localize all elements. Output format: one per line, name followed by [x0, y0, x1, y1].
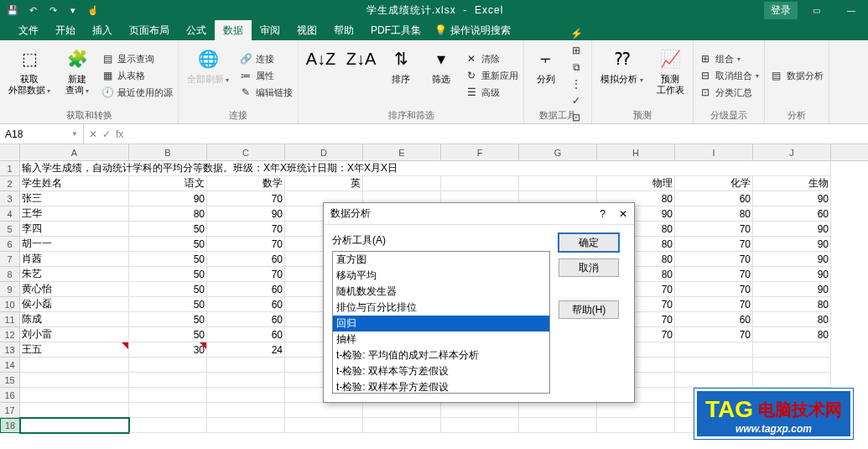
ribbon-item[interactable]: ▤数据分析	[770, 68, 824, 83]
cell[interactable]	[207, 358, 285, 373]
name-box[interactable]: A18 ▼	[0, 124, 84, 144]
list-item[interactable]: 抽样	[333, 332, 549, 347]
refresh-all[interactable]: 🌐全部刷新	[184, 44, 232, 107]
cell[interactable]	[675, 342, 753, 358]
row-header[interactable]: 17	[0, 403, 20, 418]
tab-审阅[interactable]: 审阅	[252, 20, 288, 41]
cell[interactable]	[207, 418, 285, 433]
cell[interactable]: 90	[753, 222, 831, 237]
cell[interactable]: 输入学生成绩，自动统计学科的平均分等数据。班级：X年X班统计日期：X年X月X日	[20, 161, 831, 176]
list-item[interactable]: 排位与百分比排位	[333, 300, 549, 316]
cell[interactable]: 50	[129, 222, 207, 237]
cell[interactable]: 王华	[20, 206, 129, 222]
column-header-J[interactable]: J	[753, 144, 831, 160]
cell[interactable]: 化学	[675, 176, 753, 191]
cell[interactable]	[129, 418, 207, 433]
cell[interactable]	[675, 358, 753, 373]
cell[interactable]: 侯小磊	[20, 297, 129, 312]
cell[interactable]: 90	[753, 267, 831, 282]
cell[interactable]	[597, 418, 675, 433]
cell[interactable]	[20, 388, 129, 403]
column-header-D[interactable]: D	[285, 144, 363, 160]
column-header-H[interactable]: H	[597, 144, 675, 160]
column-header-F[interactable]: F	[441, 144, 519, 160]
cell[interactable]	[441, 176, 519, 191]
list-item[interactable]: 随机数发生器	[333, 284, 549, 300]
ribbon-item[interactable]: ⊡分类汇总	[699, 85, 759, 100]
cell[interactable]	[129, 358, 207, 373]
cell[interactable]: 学生姓名	[20, 176, 129, 191]
cell[interactable]	[675, 373, 753, 388]
cell[interactable]	[519, 176, 597, 191]
cell[interactable]: 60	[675, 312, 753, 327]
tab-文件[interactable]: 文件	[10, 20, 47, 41]
cell[interactable]: 60	[207, 282, 285, 297]
cell[interactable]	[597, 403, 675, 418]
cell[interactable]	[207, 403, 285, 418]
cell[interactable]: 50	[129, 327, 207, 342]
row-header[interactable]: 14	[0, 358, 20, 373]
ribbon-item[interactable]: ⊞组合	[699, 51, 759, 66]
ribbon-item[interactable]: ≔属性	[239, 68, 293, 83]
forecast[interactable]: 📈预测工作表	[653, 44, 688, 107]
login-button[interactable]: 登录	[764, 2, 798, 19]
cell[interactable]: 物理	[597, 176, 675, 191]
cell[interactable]: 90	[753, 282, 831, 297]
minimize-icon[interactable]: —	[834, 0, 868, 20]
column-header-I[interactable]: I	[675, 144, 753, 160]
ok-button[interactable]: 确定	[559, 233, 619, 252]
tab-视图[interactable]: 视图	[288, 20, 325, 41]
cell[interactable]: 70	[675, 297, 753, 312]
cell[interactable]: 90	[207, 206, 285, 222]
ribbon-item[interactable]: ⧉	[569, 60, 586, 75]
cell[interactable]: 张三	[20, 191, 129, 206]
cell[interactable]	[20, 373, 129, 388]
cell[interactable]: 80	[753, 312, 831, 327]
cell[interactable]: 70	[675, 237, 753, 252]
cell[interactable]: 80	[753, 327, 831, 342]
cell[interactable]	[20, 418, 129, 433]
list-item[interactable]: 回归	[333, 316, 549, 332]
cell[interactable]	[207, 388, 285, 403]
cell[interactable]: 数学	[207, 176, 285, 191]
ribbon-item[interactable]: ⋮	[569, 76, 586, 91]
cell[interactable]	[363, 418, 441, 433]
tab-PDF工具集[interactable]: PDF工具集	[362, 20, 429, 41]
ribbon-item[interactable]: ↻重新应用	[465, 68, 518, 83]
cell[interactable]: 60	[207, 297, 285, 312]
tab-开始[interactable]: 开始	[47, 20, 84, 41]
filter[interactable]: ▾筛选	[424, 44, 458, 107]
cell[interactable]: 60	[753, 206, 831, 222]
cell[interactable]	[285, 418, 363, 433]
row-header[interactable]: 15	[0, 373, 20, 388]
cell[interactable]	[20, 403, 129, 418]
cell[interactable]: 肖茜	[20, 252, 129, 267]
ribbon-item[interactable]: ⚡	[569, 26, 586, 41]
ribbon-item[interactable]: ⊞	[569, 43, 586, 58]
cell[interactable]: 胡一一	[20, 237, 129, 252]
redo-icon[interactable]: ↷	[45, 3, 60, 18]
tab-公式[interactable]: 公式	[178, 20, 215, 41]
row-header[interactable]: 11	[0, 312, 20, 327]
list-item[interactable]: t-检验: 双样本异方差假设	[333, 379, 549, 394]
ribbon-item[interactable]: 🕘最近使用的源	[101, 85, 173, 100]
column-header-B[interactable]: B	[129, 144, 207, 160]
ribbon-item[interactable]: ⊟取消组合	[699, 68, 759, 83]
cell[interactable]: 60	[207, 252, 285, 267]
cell[interactable]: 70	[675, 252, 753, 267]
cell[interactable]: 90	[129, 191, 207, 206]
cell[interactable]: 英	[285, 176, 363, 191]
sort[interactable]: ⇅排序	[384, 44, 418, 107]
list-item[interactable]: t-检验: 双样本等方差假设	[333, 363, 549, 379]
cell[interactable]	[753, 342, 831, 358]
tab-插入[interactable]: 插入	[84, 20, 121, 41]
new-query[interactable]: 🧩新建查询	[60, 44, 94, 107]
cell[interactable]	[20, 358, 129, 373]
cell[interactable]	[129, 373, 207, 388]
select-all-cell[interactable]	[0, 144, 20, 160]
cell[interactable]: 80	[753, 297, 831, 312]
analysis-tools-listbox[interactable]: 直方图移动平均随机数发生器排位与百分比排位回归抽样t-检验: 平均值的成对二样本…	[332, 251, 550, 394]
cell[interactable]: 朱艺	[20, 267, 129, 282]
cell[interactable]	[129, 388, 207, 403]
help-button[interactable]: 帮助(H)	[559, 300, 619, 319]
